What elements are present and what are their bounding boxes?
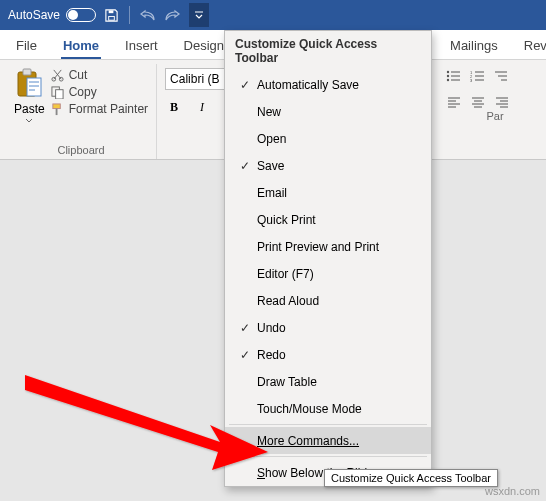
- tab-design[interactable]: Design: [182, 34, 226, 59]
- menu-item-label: Touch/Mouse Mode: [255, 402, 431, 416]
- paragraph-group: 123 Par: [437, 64, 519, 159]
- tab-home[interactable]: Home: [61, 34, 101, 59]
- bold-button[interactable]: B: [165, 98, 183, 116]
- svg-rect-9: [53, 103, 60, 108]
- menu-item-label: Editor (F7): [255, 267, 431, 281]
- menu-item[interactable]: Open: [225, 125, 431, 152]
- svg-rect-1: [108, 10, 113, 13]
- title-bar: AutoSave: [0, 0, 546, 30]
- menu-item-label: Open: [255, 132, 431, 146]
- paste-icon: [15, 68, 43, 100]
- menu-item-label: Automatically Save: [255, 78, 431, 92]
- cut-icon: [51, 68, 65, 82]
- tab-insert[interactable]: Insert: [123, 34, 160, 59]
- menu-item-label: Save: [255, 159, 431, 173]
- save-icon[interactable]: [102, 6, 120, 24]
- svg-rect-0: [108, 16, 114, 20]
- menu-item-label: Quick Print: [255, 213, 431, 227]
- svg-rect-8: [56, 89, 63, 98]
- menu-item[interactable]: ✓Automatically Save: [225, 71, 431, 98]
- menu-item-label: Read Aloud: [255, 294, 431, 308]
- copy-button[interactable]: Copy: [51, 85, 148, 99]
- check-icon: ✓: [235, 78, 255, 92]
- paste-button[interactable]: Paste: [14, 64, 45, 123]
- copy-icon: [51, 85, 65, 99]
- menu-item[interactable]: Print Preview and Print: [225, 233, 431, 260]
- format-painter-button[interactable]: Format Painter: [51, 102, 148, 116]
- qat-menu-title: Customize Quick Access Toolbar: [225, 31, 431, 71]
- chevron-down-icon: [25, 118, 33, 123]
- svg-rect-10: [56, 108, 58, 115]
- qat-customize-dropdown-button[interactable]: [189, 3, 209, 27]
- align-left-icon[interactable]: [445, 94, 463, 110]
- align-center-icon[interactable]: [469, 94, 487, 110]
- svg-point-11: [447, 71, 449, 73]
- redo-icon[interactable]: [163, 6, 181, 24]
- menu-item-label: Redo: [255, 348, 431, 362]
- svg-text:3: 3: [470, 78, 473, 82]
- svg-rect-3: [23, 69, 31, 75]
- cut-button[interactable]: Cut: [51, 68, 148, 82]
- menu-item[interactable]: ✓Redo: [225, 341, 431, 368]
- autosave-label: AutoSave: [8, 8, 60, 22]
- check-icon: ✓: [235, 348, 255, 362]
- svg-point-12: [447, 75, 449, 77]
- format-painter-label: Format Painter: [69, 102, 148, 116]
- font-group-label: [201, 116, 204, 133]
- multilevel-icon[interactable]: [493, 68, 511, 84]
- menu-item-label: More Commands...: [255, 434, 431, 448]
- paragraph-group-label: Par: [452, 110, 503, 122]
- bullets-icon[interactable]: [445, 68, 463, 84]
- format-painter-icon: [51, 102, 65, 116]
- cut-label: Cut: [69, 68, 88, 82]
- menu-item-label: Print Preview and Print: [255, 240, 431, 254]
- menu-item[interactable]: ✓Save: [225, 152, 431, 179]
- font-name-combo[interactable]: Calibri (B: [165, 68, 233, 90]
- autosave-toggle[interactable]: [66, 8, 96, 22]
- menu-item-label: New: [255, 105, 431, 119]
- menu-item[interactable]: New: [225, 98, 431, 125]
- clipboard-group-label: Clipboard: [57, 142, 104, 159]
- qat-separator: [129, 6, 130, 24]
- italic-button[interactable]: I: [193, 98, 211, 116]
- paste-label: Paste: [14, 102, 45, 116]
- menu-item[interactable]: Email: [225, 179, 431, 206]
- menu-item[interactable]: Quick Print: [225, 206, 431, 233]
- menu-item-label: Email: [255, 186, 431, 200]
- tab-file[interactable]: File: [14, 34, 39, 59]
- numbering-icon[interactable]: 123: [469, 68, 487, 84]
- svg-point-13: [447, 79, 449, 81]
- menu-item-label: Undo: [255, 321, 431, 335]
- check-icon: ✓: [235, 321, 255, 335]
- tab-mailings[interactable]: Mailings: [448, 34, 500, 59]
- menu-item[interactable]: Editor (F7): [225, 260, 431, 287]
- clipboard-group: Paste Cut Copy: [6, 64, 157, 159]
- svg-rect-4: [27, 78, 41, 96]
- check-icon: ✓: [235, 159, 255, 173]
- tooltip: Customize Quick Access Toolbar: [324, 469, 498, 487]
- align-right-icon[interactable]: [493, 94, 511, 110]
- menu-item-label: Draw Table: [255, 375, 431, 389]
- copy-label: Copy: [69, 85, 97, 99]
- annotation-arrow: [20, 370, 270, 480]
- menu-item[interactable]: ✓Undo: [225, 314, 431, 341]
- undo-icon[interactable]: [139, 6, 157, 24]
- menu-item[interactable]: Read Aloud: [225, 287, 431, 314]
- tab-review[interactable]: Review: [522, 34, 546, 59]
